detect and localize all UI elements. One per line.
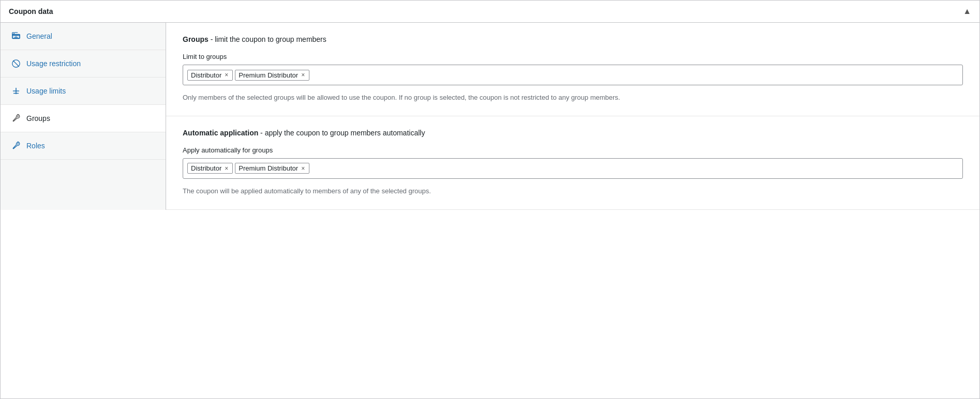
sidebar-item-general-label: General [26, 32, 52, 40]
sidebar-item-general[interactable]: General [1, 23, 166, 50]
apply-automatically-label: Apply automatically for groups [183, 146, 963, 154]
tag-premium-distributor-2-remove[interactable]: × [300, 165, 306, 172]
sidebar-item-groups-label: Groups [26, 114, 50, 122]
wrench-icon [11, 113, 21, 124]
sidebar-item-roles-label: Roles [26, 142, 45, 150]
tag-distributor-2: Distributor × [187, 163, 233, 174]
panel-toggle-button[interactable]: ▲ [963, 7, 971, 16]
sidebar-item-roles[interactable]: Roles [1, 132, 166, 160]
tag-distributor-2-label: Distributor [191, 164, 221, 172]
groups-limit-title: Groups - limit the coupon to group membe… [183, 35, 963, 43]
coupon-data-panel: Coupon data ▲ General [0, 0, 980, 399]
limit-to-groups-label: Limit to groups [183, 53, 963, 60]
sidebar-item-usage-restriction[interactable]: Usage restriction [1, 50, 166, 78]
automatic-application-title-suffix: - apply the coupon to group members auto… [258, 129, 425, 137]
tag-distributor-1: Distributor × [187, 70, 233, 81]
tag-distributor-1-remove[interactable]: × [224, 72, 229, 78]
groups-limit-title-suffix: - limit the coupon to group members [209, 35, 326, 43]
tag-premium-distributor-1-remove[interactable]: × [300, 72, 306, 78]
tag-premium-distributor-1: Premium Distributor × [235, 70, 309, 81]
automatic-application-title: Automatic application - apply the coupon… [183, 129, 963, 137]
roles-wrench-icon [11, 141, 21, 151]
tag-premium-distributor-2-label: Premium Distributor [239, 164, 298, 172]
apply-automatically-input[interactable]: Distributor × Premium Distributor × [183, 158, 963, 179]
automatic-application-section: Automatic application - apply the coupon… [166, 116, 979, 210]
plus-minus-icon [11, 86, 21, 96]
groups-limit-help: Only members of the selected groups will… [183, 93, 963, 103]
automatic-application-help: The coupon will be applied automatically… [183, 186, 963, 197]
tag-distributor-2-remove[interactable]: × [224, 165, 229, 172]
panel-title: Coupon data [9, 7, 53, 16]
ticket-icon [11, 31, 21, 41]
sidebar-item-usage-limits-label: Usage limits [26, 87, 66, 95]
sidebar: General Usage restriction [1, 23, 166, 210]
sidebar-item-usage-limits[interactable]: Usage limits [1, 78, 166, 105]
limit-to-groups-input[interactable]: Distributor × Premium Distributor × [183, 65, 963, 85]
panel-body: General Usage restriction [1, 23, 979, 210]
sidebar-item-usage-restriction-label: Usage restriction [26, 59, 81, 68]
groups-limit-section: Groups - limit the coupon to group membe… [166, 23, 979, 116]
tag-premium-distributor-2: Premium Distributor × [235, 163, 309, 174]
sidebar-item-groups[interactable]: Groups [1, 105, 166, 132]
tag-premium-distributor-1-label: Premium Distributor [239, 71, 298, 79]
panel-header: Coupon data ▲ [1, 1, 979, 23]
main-content: Groups - limit the coupon to group membe… [166, 23, 979, 210]
block-icon [11, 58, 21, 69]
tag-distributor-1-label: Distributor [191, 71, 221, 79]
